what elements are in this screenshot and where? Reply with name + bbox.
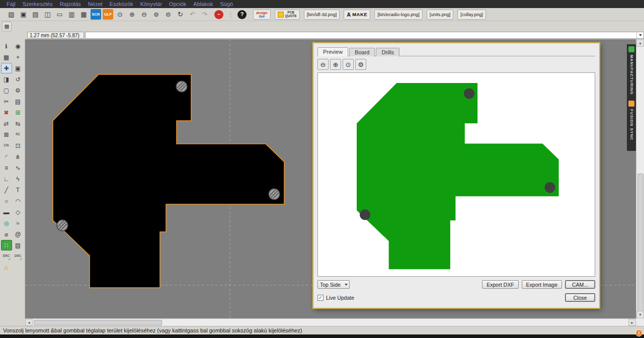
drill-hole[interactable] xyxy=(57,220,68,231)
tool-lock[interactable]: ⊠ xyxy=(1,129,12,140)
menu-nezet[interactable]: Nézet xyxy=(85,1,106,7)
tool-display[interactable]: ▦ xyxy=(1,52,12,62)
menu-ablakok[interactable]: Ablakok xyxy=(190,1,216,7)
tool-smash[interactable]: ⊡ xyxy=(13,140,24,151)
horizontal-scrollbar[interactable]: ◄ ► xyxy=(25,318,636,326)
tool-circle[interactable]: ○ xyxy=(1,196,12,206)
menu-szerkesztes[interactable]: Szerkesztés xyxy=(19,1,56,7)
scroll-left-button[interactable]: ◄ xyxy=(25,319,33,326)
toolbar-cam-processor[interactable]: ◫ xyxy=(42,9,53,20)
tool-miter[interactable]: ◜ xyxy=(1,151,12,162)
toolbar-help[interactable]: ? xyxy=(237,10,247,19)
toolbar-stop[interactable]: – xyxy=(214,10,223,19)
tool-mark[interactable]: + xyxy=(13,52,24,62)
dialog-tab-board[interactable]: Board xyxy=(349,48,375,56)
tool-paste[interactable]: ▤ xyxy=(13,96,24,107)
tool-signal[interactable]: ≈ xyxy=(13,218,24,228)
tool-ratsnest[interactable]: ∷ xyxy=(1,240,12,250)
tool-pinswap[interactable]: ⇄ xyxy=(1,118,12,129)
tool-info[interactable]: ℹ xyxy=(1,41,12,51)
toolbar-more[interactable]: ⋮ xyxy=(225,9,236,20)
tool-via[interactable]: ◎ xyxy=(1,218,12,228)
export-image-button[interactable]: Export Image xyxy=(522,280,562,289)
drill-hole[interactable] xyxy=(176,81,187,92)
tool-split[interactable]: ⋔ xyxy=(13,151,24,162)
dialog-tab-preview[interactable]: Preview xyxy=(317,47,348,56)
panel-tab-fusion-sync[interactable]: FUSION SYNC xyxy=(628,101,634,140)
horizontal-scroll-thumb[interactable] xyxy=(34,320,162,325)
toolbar-zoom-in[interactable]: ⊕ xyxy=(127,9,137,20)
scroll-up-button[interactable]: ▲ xyxy=(636,39,644,47)
tool-add[interactable]: ⊞ xyxy=(13,107,24,118)
toolbar-zoom-select[interactable]: ⊙ xyxy=(115,9,125,20)
dialog-tab-drills[interactable]: Drills xyxy=(376,48,399,56)
ecadio-logo-button[interactable]: [bin/ecadio-logo.png] xyxy=(374,10,423,20)
live-update-checkbox[interactable]: ✓ xyxy=(317,295,324,301)
tool-name[interactable]: R2 xyxy=(13,129,24,140)
tool-show[interactable]: ◉ xyxy=(13,41,24,51)
tool-cut[interactable]: ✂ xyxy=(1,96,12,107)
tool-optimize[interactable]: ≡ xyxy=(1,162,12,173)
tool-rect[interactable]: ▬ xyxy=(1,207,12,217)
dialog-settings[interactable]: ⚙ xyxy=(355,59,366,70)
tool-autoroute[interactable]: ▨ xyxy=(13,240,24,250)
menu-opciok[interactable]: Opciók xyxy=(166,1,190,7)
tool-meander[interactable]: ∿ xyxy=(13,162,24,173)
tool-change[interactable]: ⚙ xyxy=(13,85,24,96)
toolbar-save[interactable]: ▣ xyxy=(18,9,29,20)
scroll-down-button[interactable]: ▼ xyxy=(636,311,644,318)
tool-erc[interactable]: ERC ✓ xyxy=(1,251,12,262)
vertical-scrollbar[interactable]: ▲ ▼ xyxy=(636,39,644,318)
tool-attribute[interactable]: @ xyxy=(13,229,24,239)
tool-move[interactable]: ✚ xyxy=(1,63,12,73)
dialog-zoom-reset[interactable]: ⊙ xyxy=(343,59,354,70)
scroll-right-button[interactable]: ► xyxy=(628,319,636,326)
side-select[interactable]: Top Side xyxy=(317,280,350,289)
make-button[interactable]: A MAKE xyxy=(344,10,370,20)
notification-icon[interactable]: ! xyxy=(635,329,642,336)
cam-button[interactable]: CAM... xyxy=(565,280,595,289)
toolbar-redo[interactable]: ↷ xyxy=(199,9,210,20)
tool-copy[interactable]: ▣ xyxy=(13,63,24,73)
close-button[interactable]: Close xyxy=(565,293,595,302)
tool-value[interactable]: 10k xyxy=(1,140,12,151)
tool-group[interactable]: ▢ xyxy=(1,85,12,96)
tool-errors[interactable]: ⚠ xyxy=(1,262,12,273)
tool-replace[interactable]: ⇆ xyxy=(13,118,24,129)
command-combobox[interactable] xyxy=(85,32,644,39)
dialog-zoom-in[interactable]: ⊕ xyxy=(330,59,341,70)
tool-drc[interactable]: DRC ✓ xyxy=(13,251,24,262)
menu-sugo[interactable]: Súgó xyxy=(216,1,236,7)
toolbar-run-ulp[interactable]: ULP xyxy=(103,9,113,20)
toolbar-zoom-out[interactable]: ⊖ xyxy=(139,9,149,20)
toolbar-print[interactable]: ▤ xyxy=(30,9,41,20)
toolbar-library[interactable]: ▦ xyxy=(78,9,89,20)
tool-rotate[interactable]: ↺ xyxy=(13,74,24,84)
tool-ripup[interactable]: ϟ xyxy=(13,174,24,184)
tool-text[interactable]: T xyxy=(13,185,24,195)
tool-wire[interactable]: ╱ xyxy=(1,185,12,195)
collay-button[interactable]: [collay.png] xyxy=(457,10,486,20)
tool-mirror[interactable]: ◨ xyxy=(1,74,12,84)
toolbar-zoom-fit[interactable]: ⊜ xyxy=(163,9,174,20)
pcb-quote-button[interactable]: PCB QUOTE xyxy=(275,10,300,20)
tool-arc[interactable]: ◠ xyxy=(13,196,24,206)
units-button[interactable]: [units.png] xyxy=(427,10,454,20)
vertical-scroll-thumb[interactable] xyxy=(637,174,643,314)
menu-konyvtar[interactable]: Könyvtár xyxy=(137,1,166,7)
panel-tab-manufacturing[interactable]: MANUFACTURING xyxy=(628,46,634,95)
idf-3d-button[interactable]: [bin/idf-3d.png] xyxy=(304,10,340,20)
grid-button[interactable]: ▦ xyxy=(2,22,12,31)
dialog-zoom-out[interactable]: ⊖ xyxy=(317,59,329,70)
toolbar-window[interactable]: ▭ xyxy=(54,9,65,20)
menu-eszkozok[interactable]: Eszközök xyxy=(106,1,137,7)
command-dropdown-button[interactable] xyxy=(636,32,643,38)
board-outline[interactable] xyxy=(53,74,284,288)
toolbar-run-script[interactable]: SCR xyxy=(91,9,101,20)
drill-hole[interactable] xyxy=(269,189,280,200)
export-dxf-button[interactable]: Export DXF xyxy=(482,280,518,289)
tool-route[interactable]: ∟ xyxy=(1,174,12,184)
tool-polygon[interactable]: ◇ xyxy=(13,207,24,217)
toolbar-frame-select[interactable]: ▧ xyxy=(6,9,17,20)
toolbar-chart[interactable]: ▥ xyxy=(66,9,77,20)
